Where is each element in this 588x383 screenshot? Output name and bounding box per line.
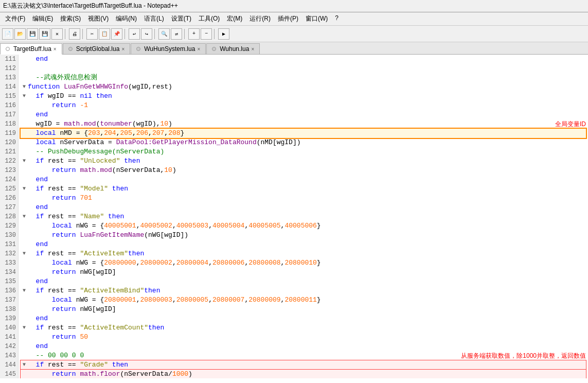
- tab-close-button[interactable]: ×: [121, 46, 124, 52]
- fold-marker[interactable]: ▼: [21, 249, 28, 258]
- code-line[interactable]: ▼ if wgID == nil then: [21, 92, 586, 101]
- line-number: 123: [2, 166, 16, 175]
- close-button[interactable]: ✕: [51, 28, 63, 40]
- code-line[interactable]: ▼ if rest == "Name" then: [21, 212, 586, 221]
- code-text: local nServerData = DataPool:GetPlayerMi…: [28, 138, 586, 147]
- code-text: return 701: [28, 194, 586, 203]
- code-line[interactable]: --武魂外观信息检测: [21, 73, 586, 82]
- menu-item[interactable]: 运行(R): [246, 13, 274, 24]
- open-button[interactable]: 📂: [14, 28, 26, 40]
- code-line[interactable]: return LuaFnGetItemName(nWG[wgID]): [21, 231, 586, 240]
- code-line[interactable]: return 50: [21, 333, 586, 342]
- tab-label: TargetBuff.lua: [13, 45, 51, 53]
- save-all-button[interactable]: 💾: [39, 28, 50, 40]
- menu-item[interactable]: 宏(M): [224, 13, 245, 24]
- tab-bar: TargetBuff.lua×ScriptGlobal.lua×WuHunSys…: [0, 42, 588, 55]
- code-line[interactable]: ▼ if rest == "Model" then: [21, 184, 586, 194]
- menu-item[interactable]: 语言(L): [141, 13, 167, 24]
- menu-item[interactable]: 窗口(W): [302, 13, 331, 24]
- line-number: 118: [2, 119, 16, 129]
- paste-button[interactable]: 📌: [111, 28, 122, 40]
- save-button[interactable]: 💾: [27, 28, 38, 40]
- menu-item[interactable]: ?: [332, 13, 342, 24]
- fold-marker[interactable]: ▼: [21, 286, 28, 295]
- menu-item[interactable]: 文件(F): [2, 13, 28, 24]
- fold-marker[interactable]: ▼: [21, 156, 28, 166]
- fold-marker[interactable]: ▼: [21, 323, 28, 333]
- code-line[interactable]: local nWG = {40005001,40005002,40005003,…: [21, 221, 586, 231]
- tab-ScriptGlobal-lua[interactable]: ScriptGlobal.lua×: [63, 43, 131, 54]
- menu-item[interactable]: 搜索(S): [57, 13, 84, 24]
- code-line[interactable]: wgID = math.mod(tonumber(wgID),10) 全局变量I…: [21, 119, 586, 129]
- code-line[interactable]: return nWG[wgID]: [21, 268, 586, 277]
- code-line[interactable]: ▼ if rest == "ActiveItem"then: [21, 249, 586, 258]
- tab-close-button[interactable]: ×: [197, 46, 200, 52]
- tab-TargetBuff-lua[interactable]: TargetBuff.lua×: [0, 43, 62, 55]
- run-button[interactable]: ▶: [218, 28, 229, 40]
- code-line[interactable]: end: [21, 55, 586, 64]
- code-line[interactable]: end: [21, 110, 586, 119]
- toolbar-sep-3: [124, 29, 127, 39]
- code-line[interactable]: end: [21, 314, 586, 323]
- code-line[interactable]: return 701: [21, 194, 586, 203]
- code-line[interactable]: ▼function LuaFnGetWHWGInfo(wgID,rest): [21, 82, 586, 92]
- line-number: 117: [2, 110, 16, 119]
- tab-close-button[interactable]: ×: [54, 46, 57, 52]
- line-number: 131: [2, 240, 16, 249]
- toolbar-sep-1: [65, 29, 67, 39]
- fold-marker[interactable]: ▼: [21, 92, 28, 101]
- fold-marker[interactable]: ▼: [21, 360, 28, 370]
- code-line[interactable]: local nWG = {20800000,20800002,20800004,…: [21, 258, 586, 268]
- cut-button[interactable]: ✂: [86, 28, 98, 40]
- code-line[interactable]: local nServerData = DataPool:GetPlayerMi…: [21, 138, 586, 147]
- fold-marker[interactable]: ▼: [21, 184, 28, 194]
- new-button[interactable]: 📄: [2, 28, 13, 40]
- tab-close-button[interactable]: ×: [251, 46, 254, 52]
- code-line[interactable]: local nMD = {203,204,205,206,207,208}: [21, 129, 586, 138]
- code-line[interactable]: return nWG[wgID]: [21, 305, 586, 314]
- code-line[interactable]: ▼ if rest == "ActiveItemBind"then: [21, 286, 586, 295]
- code-line[interactable]: end: [21, 203, 586, 212]
- find-button[interactable]: 🔍: [158, 28, 170, 40]
- fold-marker[interactable]: ▼: [21, 212, 28, 221]
- menu-item[interactable]: 插件(P): [275, 13, 301, 24]
- code-line[interactable]: -- 00 00 0 0 从服务端获取数值，除1000并取整，返回数值: [21, 351, 586, 360]
- menu-item[interactable]: 工具(O): [195, 13, 223, 24]
- tab-WuHunSystem-lua[interactable]: WuHunSystem.lua×: [131, 43, 206, 54]
- redo-button[interactable]: ↪: [141, 28, 152, 40]
- code-line[interactable]: ▼ if rest == "ActiveItemCount"then: [21, 323, 586, 333]
- code-text: if rest == "ActiveItemBind"then: [28, 286, 586, 295]
- copy-button[interactable]: 📋: [99, 28, 110, 40]
- code-line[interactable]: return -1: [21, 101, 586, 110]
- code-text: end: [28, 277, 586, 286]
- menu-bar: 文件(F)编辑(E)搜索(S)视图(V)编码(N)语言(L)设置(T)工具(O)…: [0, 12, 588, 26]
- code-line[interactable]: [21, 64, 586, 73]
- replace-button[interactable]: ⇌: [171, 28, 182, 40]
- code-line[interactable]: end: [21, 342, 586, 351]
- line-number: 143: [2, 351, 16, 360]
- tab-Wuhun-lua[interactable]: Wuhun.lua×: [206, 43, 260, 54]
- menu-item[interactable]: 编码(N): [113, 13, 140, 24]
- code-area[interactable]: 1111121131141151161171181191201211221231…: [0, 55, 588, 378]
- code-line[interactable]: ▼ if rest == "Grade" then: [21, 360, 586, 370]
- code-line[interactable]: end: [21, 175, 586, 184]
- print-button[interactable]: 🖨: [69, 28, 80, 40]
- code-line[interactable]: ▼ if rest == "UnLocked" then: [21, 156, 586, 166]
- code-text: if rest == "Grade" then: [28, 360, 586, 370]
- fold-marker[interactable]: ▼: [21, 82, 28, 92]
- zoom-in-button[interactable]: +: [188, 28, 200, 40]
- code-content[interactable]: end --武魂外观信息检测▼function LuaFnGetWHWGInfo…: [19, 55, 588, 378]
- code-line[interactable]: -- PushDebugMessage(nServerData): [21, 147, 586, 156]
- code-text: return math.floor(nServerData/1000): [28, 370, 586, 378]
- code-line[interactable]: return math.mod(nServerData,10): [21, 166, 586, 175]
- menu-item[interactable]: 视图(V): [85, 13, 112, 24]
- menu-item[interactable]: 设置(T): [168, 13, 194, 24]
- code-line[interactable]: return math.floor(nServerData/1000): [21, 370, 586, 378]
- menu-item[interactable]: 编辑(E): [29, 13, 56, 24]
- code-line[interactable]: end: [21, 240, 586, 249]
- zoom-out-button[interactable]: −: [201, 28, 212, 40]
- undo-button[interactable]: ↩: [129, 28, 140, 40]
- code-line[interactable]: end: [21, 277, 586, 286]
- code-line[interactable]: local nWG = {20800001,20800003,20800005,…: [21, 295, 586, 305]
- line-number: 120: [2, 138, 16, 147]
